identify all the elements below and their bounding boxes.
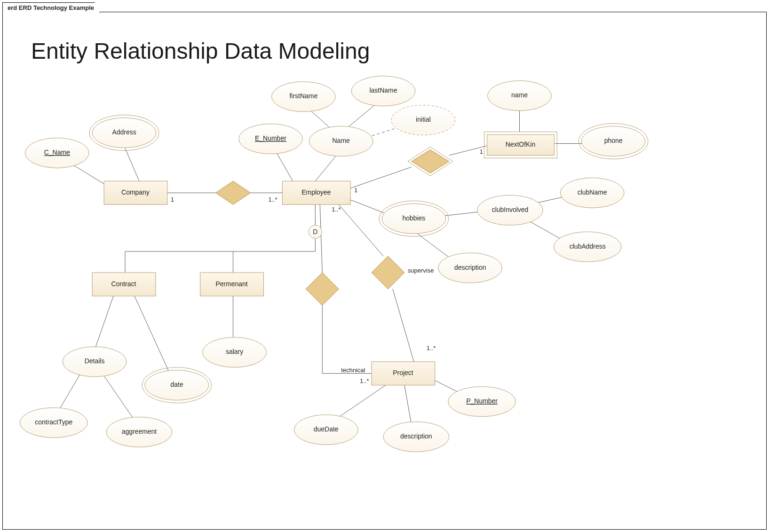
cardinality-nok: 1 [480, 148, 483, 155]
attr-c-name: C_Name [25, 138, 89, 168]
svg-marker-9 [412, 149, 449, 173]
relationship-supervise [372, 256, 404, 289]
weak-entity-nextofkin: NextOfKin [484, 132, 557, 158]
edge [275, 150, 294, 183]
entity-label: NextOfKin [506, 141, 536, 148]
cardinality-company: 1 [171, 196, 174, 203]
diagram-tab-label: erd ERD Technology Example [8, 4, 94, 11]
attr-label: description [400, 432, 432, 440]
attr-label: E_Number [255, 134, 286, 142]
attr-lastname: lastName [351, 76, 415, 106]
attr-label: clubName [578, 188, 607, 196]
edge [350, 167, 412, 188]
attr-label: Name [333, 137, 350, 144]
attr-label: hobbies [402, 214, 425, 222]
svg-marker-11 [372, 256, 404, 289]
cardinality-project-supervise: 1..* [427, 344, 436, 352]
cardinality-employee-left: 1..* [268, 196, 277, 203]
attr-details: Details [63, 347, 127, 377]
attr-label: aggreement [122, 428, 157, 435]
entity-contract: Contract [92, 273, 156, 296]
attr-label: Address [112, 128, 136, 136]
relationship-company-employee [216, 181, 251, 204]
attr-hobbies-multivalued: hobbies [379, 201, 449, 236]
attr-label: lastName [370, 86, 397, 94]
attr-label: Details [85, 357, 105, 365]
relationship-supervise-label: supervise [408, 267, 434, 274]
svg-marker-10 [306, 273, 339, 305]
attr-label: description [454, 264, 486, 271]
relationship-employee-nextofkin [408, 147, 453, 176]
entity-label: Contract [111, 280, 136, 288]
attr-firstname: firstName [271, 82, 335, 112]
relationship-technical [306, 273, 339, 305]
cardinality-project-tech: 1..* [360, 377, 369, 384]
diagram-frame: Entity Relationship Data Modeling [2, 12, 767, 530]
edge [348, 104, 376, 127]
attr-label: date [170, 381, 183, 388]
edge [57, 374, 80, 414]
attr-proj-description: description [383, 422, 449, 452]
edge [393, 289, 414, 362]
attr-label: clubInvolved [492, 206, 529, 213]
attr-aggreement: aggreement [106, 417, 172, 447]
attr-label: contractType [35, 418, 72, 426]
edge [125, 148, 139, 181]
attr-duedate: dueDate [294, 415, 358, 445]
attr-date-multivalued: date [142, 368, 212, 403]
attr-label: phone [604, 137, 623, 144]
attr-nok-name: name [488, 81, 552, 111]
edge [404, 385, 412, 425]
attr-clubaddress: clubAddress [554, 232, 621, 262]
attr-salary: salary [203, 337, 267, 368]
cardinality-employee-down: 1..* [332, 206, 341, 213]
attr-phone-multivalued: phone [579, 124, 648, 159]
edge [339, 204, 383, 256]
discriminator-label: D [313, 228, 317, 235]
attr-e-number: E_Number [239, 124, 303, 154]
edge [104, 376, 135, 421]
attr-hobby-description: description [438, 253, 502, 283]
edge [95, 296, 113, 350]
attr-label: initial [416, 116, 431, 123]
edge [440, 211, 482, 216]
attr-p-number: P_Number [448, 387, 516, 417]
attr-label: C_Name [44, 149, 70, 156]
diagram-tab: erd ERD Technology Example [2, 2, 100, 13]
entity-company: Company [104, 181, 167, 204]
edge [135, 296, 170, 374]
attr-label: salary [226, 348, 243, 355]
attr-label: P_Number [466, 397, 498, 405]
edge [416, 233, 454, 261]
attr-contracttype: contractType [20, 407, 87, 438]
edge [308, 109, 332, 130]
erd-svg: Company Employee NextOfKin Contract Perm… [3, 12, 766, 529]
attr-label: dueDate [314, 425, 339, 433]
edge [320, 204, 322, 273]
edge [315, 155, 336, 181]
erd-page: erd ERD Technology Example Entity Relati… [0, 0, 769, 532]
attr-address-multivalued: Address [89, 115, 159, 151]
entity-project: Project [372, 362, 435, 385]
attr-initial-derived: initial [391, 105, 455, 135]
relationship-technical-label: technical [341, 367, 365, 374]
entity-permenant: Permenant [200, 273, 264, 296]
entity-label: Company [121, 188, 150, 196]
entity-label: Employee [301, 188, 331, 196]
attr-name: Name [309, 126, 373, 156]
svg-marker-7 [216, 181, 251, 204]
edge [334, 385, 386, 421]
attr-label: firstName [289, 92, 317, 100]
cardinality-employee-nok: 1 [354, 187, 357, 194]
discriminator-circle: D [309, 225, 322, 238]
attr-label: clubAddress [570, 243, 606, 250]
entity-employee: Employee [282, 181, 350, 204]
attr-clubname: clubName [560, 178, 624, 208]
entity-label: Permenant [215, 280, 247, 288]
entity-label: Project [393, 369, 413, 376]
attr-clubinvolved: clubInvolved [477, 195, 543, 225]
attr-label: name [511, 91, 528, 99]
